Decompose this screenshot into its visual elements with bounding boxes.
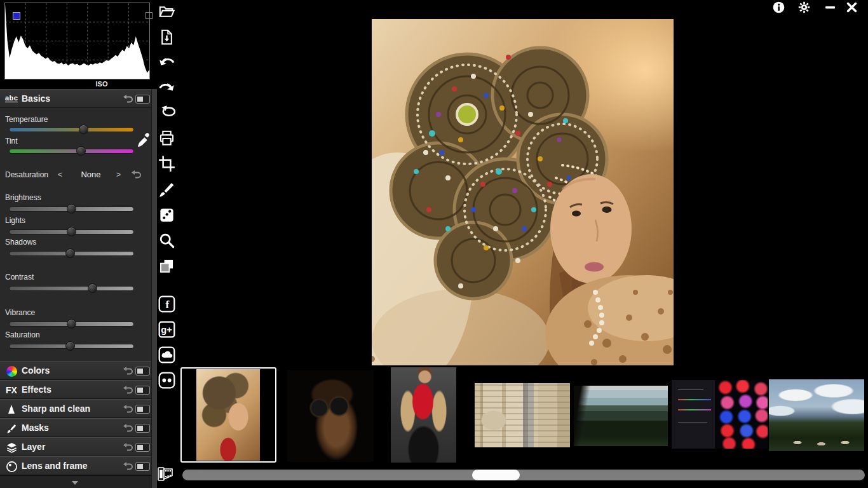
brightness-slider-knob[interactable]: [67, 204, 76, 214]
reset-basics-button[interactable]: [122, 94, 133, 104]
lens-icon: [4, 459, 18, 473]
google-plus-share-button[interactable]: g+: [158, 321, 175, 338]
undo-button[interactable]: [158, 53, 175, 71]
fx-icon: FX: [4, 383, 18, 397]
chevron-down-icon: [72, 481, 78, 485]
thumbnail-4-stone-carving[interactable]: [475, 383, 570, 447]
reset-sharp-button[interactable]: [122, 404, 133, 414]
reset-layer-button[interactable]: [122, 442, 133, 452]
print-button[interactable]: [158, 130, 175, 147]
section-colors[interactable]: Colors: [0, 361, 151, 380]
vibrance-label: Vibrance: [5, 308, 35, 317]
temperature-label: Temperature: [5, 115, 48, 124]
section-effects[interactable]: FX Effects: [0, 380, 151, 399]
histogram-channel-toggle-icon[interactable]: [146, 12, 153, 19]
revert-button[interactable]: [158, 104, 175, 121]
reset-effects-button[interactable]: [122, 385, 133, 395]
contrast-label: Contrast: [5, 273, 34, 281]
compare-copies-button[interactable]: [158, 257, 175, 274]
close-button[interactable]: [846, 1, 858, 13]
layer-enable-toggle[interactable]: [135, 443, 150, 452]
desaturation-value[interactable]: None: [74, 170, 108, 179]
masks-enable-toggle[interactable]: [135, 424, 150, 433]
section-layer[interactable]: Layer: [0, 437, 151, 456]
facebook-share-button[interactable]: f: [158, 295, 175, 313]
thumbnail-selected-frame[interactable]: [180, 367, 276, 463]
export-file-button[interactable]: [158, 29, 175, 46]
reset-colors-button[interactable]: [122, 366, 133, 376]
sharp-enable-toggle[interactable]: [135, 405, 150, 414]
section-sharp-label: Sharp and clean: [22, 403, 90, 414]
temperature-slider-knob[interactable]: [79, 125, 88, 134]
section-colors-label: Colors: [22, 365, 50, 376]
effects-enable-toggle[interactable]: [135, 386, 150, 395]
shadows-slider-knob[interactable]: [65, 248, 75, 258]
section-layer-label: Layer: [22, 442, 45, 452]
film-roll-button[interactable]: [157, 466, 178, 484]
filmstrip-scrollbar-thumb[interactable]: [472, 470, 520, 480]
basics-title: Basics: [22, 93, 50, 104]
basics-panel-header[interactable]: abc Basics: [0, 89, 151, 108]
crop-button[interactable]: [158, 155, 175, 172]
svg-text:g+: g+: [161, 325, 172, 335]
histogram-blue-channel-icon[interactable]: [13, 12, 20, 20]
iso-label: ISO: [83, 80, 121, 88]
sharpen-triangle-icon: [4, 402, 18, 416]
random-dice-button[interactable]: [158, 207, 175, 224]
vibrance-slider[interactable]: [9, 322, 134, 327]
desaturation-next-arrow[interactable]: >: [116, 170, 121, 179]
info-button[interactable]: [773, 1, 785, 13]
lights-label: Lights: [5, 216, 25, 225]
lights-slider[interactable]: [9, 229, 134, 234]
brush-button[interactable]: [158, 181, 175, 198]
contrast-slider[interactable]: [9, 286, 134, 291]
section-masks[interactable]: Masks: [0, 418, 151, 437]
panel-scroll-more[interactable]: [0, 475, 151, 488]
brush-icon: [4, 421, 18, 435]
section-lens-and-frame[interactable]: Lens and frame: [0, 456, 151, 475]
tint-slider[interactable]: [9, 149, 134, 154]
section-sharp-and-clean[interactable]: Sharp and clean: [0, 399, 151, 418]
brightness-slider[interactable]: [9, 207, 134, 212]
lights-slider-knob[interactable]: [67, 227, 76, 236]
filmstrip-scrollbar-track[interactable]: [182, 470, 865, 480]
thumbnail-6-tablet-dots[interactable]: [672, 380, 768, 449]
reset-desaturation-button[interactable]: [130, 170, 142, 180]
lens-enable-toggle[interactable]: [135, 462, 150, 471]
onedrive-share-button[interactable]: [158, 346, 175, 363]
panel-scrollbar[interactable]: [151, 89, 157, 488]
shadows-slider[interactable]: [9, 251, 134, 256]
thumbnail-7-cloud-mountains[interactable]: [769, 379, 864, 451]
color-wheel-icon: [4, 364, 18, 378]
vibrance-slider-knob[interactable]: [67, 319, 76, 329]
temperature-slider[interactable]: [9, 127, 134, 132]
section-effects-label: Effects: [22, 384, 51, 395]
zoom-button[interactable]: [158, 232, 175, 249]
colors-enable-toggle[interactable]: [135, 367, 150, 376]
saturation-label: Saturation: [5, 330, 40, 339]
redo-button[interactable]: [158, 79, 175, 96]
settings-gear-icon[interactable]: [798, 1, 810, 13]
minimize-button[interactable]: [824, 1, 836, 13]
thumbnail-2-goggles-man[interactable]: [287, 370, 374, 462]
thumbnail-1-headdress-photo[interactable]: [196, 369, 260, 461]
thumbnail-5-hill-landscape[interactable]: [574, 386, 668, 446]
flickr-share-button[interactable]: [158, 372, 175, 389]
contrast-slider-knob[interactable]: [88, 283, 97, 293]
saturation-slider-knob[interactable]: [65, 341, 75, 351]
saturation-slider[interactable]: [9, 344, 134, 349]
desaturation-prev-arrow[interactable]: <: [58, 170, 62, 179]
shadows-label: Shadows: [5, 238, 36, 247]
open-folder-button[interactable]: [158, 3, 175, 20]
reset-masks-button[interactable]: [122, 423, 133, 433]
basics-enable-toggle[interactable]: [135, 95, 150, 104]
reset-lens-button[interactable]: [122, 461, 133, 471]
layers-icon: [4, 440, 18, 454]
tint-slider-knob[interactable]: [76, 146, 86, 156]
abc-icon: abc: [5, 94, 18, 102]
svg-text:f: f: [166, 299, 170, 311]
histogram-chart: [4, 3, 150, 79]
thumbnail-3-red-top-woman[interactable]: [391, 367, 456, 463]
histogram-svg: [5, 3, 149, 79]
eyedropper-icon[interactable]: [137, 131, 151, 149]
